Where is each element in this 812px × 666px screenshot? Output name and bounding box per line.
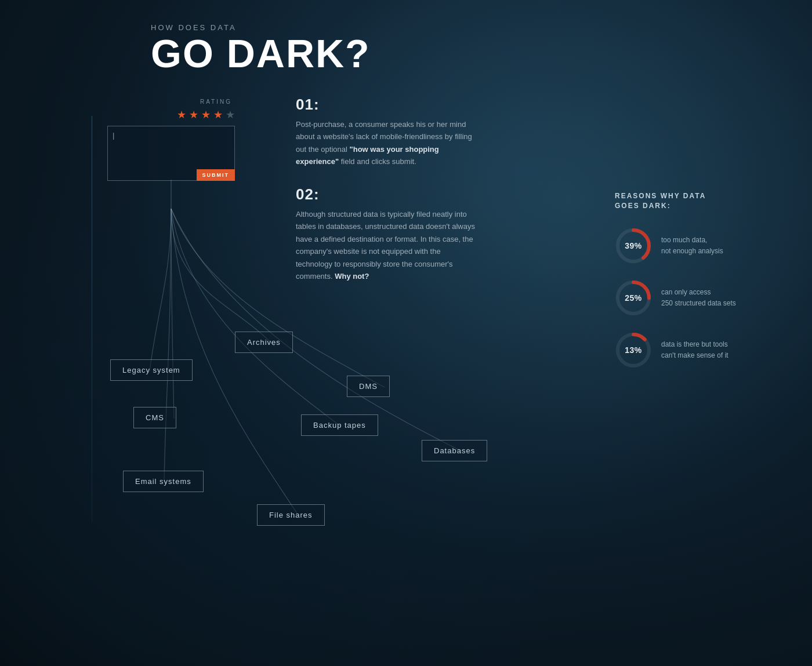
reasons-section: REASONS WHY DATAGOES DARK: 39% too much … [615, 191, 766, 384]
node-archives: Archives [235, 332, 293, 353]
header-title: GO DARK? [151, 32, 371, 75]
star-2[interactable]: ★ [189, 109, 198, 121]
star-4[interactable]: ★ [213, 109, 223, 121]
donut-13-label: 13% [625, 345, 642, 355]
node-databases: Databases [422, 440, 487, 461]
node-file-shares: File shares [257, 504, 325, 526]
reason-13-text: data is there but tools can't make sense… [661, 339, 728, 361]
reason-item-13: 13% data is there but tools can't make s… [615, 332, 766, 369]
star-3[interactable]: ★ [201, 109, 211, 121]
reasons-title: REASONS WHY DATAGOES DARK: [615, 191, 766, 211]
donut-39-label: 39% [625, 241, 642, 250]
node-legacy-system: Legacy system [110, 359, 193, 381]
reason-item-25: 25% can only access 250 structured data … [615, 279, 766, 316]
submit-button[interactable]: SUBMIT [197, 169, 235, 181]
star-1[interactable]: ★ [177, 109, 186, 121]
step-02-number: 02: [296, 185, 476, 203]
reason-25-text: can only access 250 structured data sets [661, 287, 736, 308]
donut-39: 39% [615, 227, 652, 264]
star-5-empty[interactable]: ★ [226, 109, 235, 121]
donut-13: 13% [615, 332, 652, 369]
donut-25: 25% [615, 279, 652, 316]
reason-item-39: 39% too much data, not enough analysis [615, 227, 766, 264]
rating-label: RATING [107, 99, 232, 105]
step-01-number: 01: [296, 96, 476, 114]
node-dms: DMS [347, 376, 390, 397]
steps-section: 01: Post-purchase, a consumer speaks his… [296, 96, 476, 300]
rating-stars[interactable]: ★ ★ ★ ★ ★ [107, 108, 235, 121]
header-section: HOW DOES DATA GO DARK? [151, 23, 371, 75]
header-subtitle: HOW DOES DATA [151, 23, 371, 32]
step-01-text: Post-purchase, a consumer speaks his or … [296, 118, 476, 168]
step-01: 01: Post-purchase, a consumer speaks his… [296, 96, 476, 168]
rating-widget: RATING ★ ★ ★ ★ ★ SUBMIT [107, 99, 235, 181]
donut-25-label: 25% [625, 293, 642, 303]
decorative-vertical-line [92, 116, 92, 522]
step-02-bold: Why not? [335, 272, 369, 281]
reason-39-text: too much data, not enough analysis [661, 235, 723, 256]
step-01-bold: "how was your shopping experience" [296, 145, 439, 166]
step-02: 02: Although structured data is typicall… [296, 185, 476, 283]
node-backup-tapes: Backup tapes [301, 414, 378, 436]
step-02-text: Although structured data is typically fi… [296, 208, 476, 283]
node-email-systems: Email systems [123, 471, 204, 492]
rating-text-box[interactable]: SUBMIT [107, 126, 235, 181]
node-cms: CMS [133, 407, 176, 428]
